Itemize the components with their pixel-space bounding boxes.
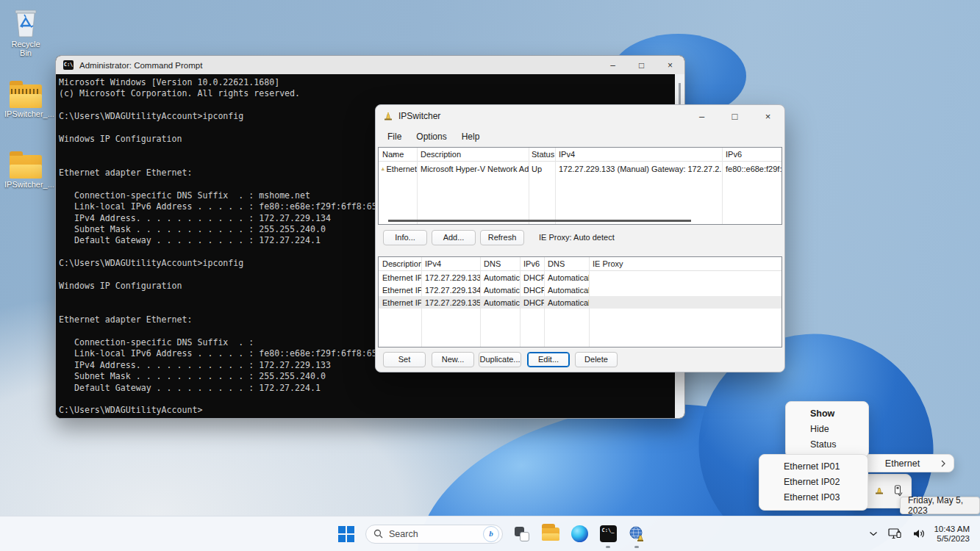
- set-button[interactable]: Set: [383, 352, 426, 367]
- profile-ipv4: 172.27.229.135: [421, 298, 480, 307]
- duplicate-button[interactable]: Duplicate...: [479, 352, 521, 367]
- taskbar-search[interactable]: Search b: [365, 525, 503, 544]
- ipswitcher-title-bar[interactable]: IPSwitcher – □ ×: [376, 105, 784, 127]
- adapter-icon: [381, 165, 385, 173]
- column-divider: [544, 257, 545, 347]
- column-header-ipv6[interactable]: IPv6: [520, 259, 544, 268]
- menu-item-hide[interactable]: Hide: [786, 422, 868, 437]
- profile-ipv4: 172.27.229.134: [421, 286, 480, 295]
- column-header-ipv4[interactable]: IPv4: [555, 150, 722, 159]
- edit-button[interactable]: Edit...: [527, 352, 570, 367]
- close-button[interactable]: ×: [751, 105, 784, 127]
- profile-dns6: Automatically: [544, 298, 589, 307]
- profile-row[interactable]: Ethernet IP03 172.27.229.135 Automatical…: [379, 296, 782, 309]
- delete-button[interactable]: Delete: [575, 352, 618, 367]
- recycle-bin-icon: [4, 4, 47, 38]
- menu-item-ethernet-ip03[interactable]: Ethernet IP03: [759, 490, 868, 505]
- menu-item-ethernet-ip02[interactable]: Ethernet IP02: [759, 475, 868, 490]
- taskbar-clock[interactable]: 10:43 AM 5/5/2023: [932, 525, 976, 544]
- folder-icon: [4, 145, 47, 179]
- minimize-button[interactable]: –: [685, 105, 718, 127]
- column-divider: [589, 257, 590, 347]
- command-prompt-taskbar-button[interactable]: C:\_: [598, 523, 618, 545]
- adapters-table-header: Name Description Status IPv4 IPv6: [379, 148, 782, 162]
- profile-dns6: Automatically: [544, 286, 589, 295]
- desktop-icon-label: IPSwitcher_...: [4, 109, 47, 118]
- profile-row[interactable]: Ethernet IP01 172.27.229.133 Automatical…: [379, 271, 782, 284]
- menu-item-status[interactable]: Status: [786, 437, 868, 453]
- cmd-app-icon: C:\: [63, 60, 74, 70]
- cmd-window-title: Administrator: Command Prompt: [79, 61, 202, 70]
- column-header-status[interactable]: Status: [529, 150, 555, 159]
- column-header-ipv4[interactable]: IPv4: [421, 259, 480, 268]
- column-divider: [722, 148, 723, 224]
- adapters-table[interactable]: Name Description Status IPv4 IPv6 Ethern…: [378, 147, 782, 225]
- menu-item-ethernet-ip01[interactable]: Ethernet IP01: [759, 459, 868, 475]
- column-divider: [417, 148, 418, 224]
- adapter-description: Microsoft Hyper-V Network Adapter: [417, 165, 529, 173]
- cmd-title-bar[interactable]: C:\ Administrator: Command Prompt – □ ×: [56, 56, 684, 74]
- ipswitcher-taskbar-button[interactable]: [627, 523, 646, 545]
- network-tray-button[interactable]: [885, 525, 905, 543]
- profile-row[interactable]: Ethernet IP02 172.27.229.134 Automatical…: [379, 284, 782, 296]
- profile-description: Ethernet IP01: [379, 273, 421, 282]
- close-button[interactable]: ×: [656, 56, 684, 74]
- adapter-name: Ethernet: [386, 165, 417, 173]
- file-explorer-button[interactable]: [541, 523, 560, 545]
- edge-icon: [571, 525, 588, 542]
- desktop-icon-ipswitcher-folder[interactable]: IPSwitcher_...: [4, 145, 47, 189]
- sort-caret-icon: [392, 259, 398, 267]
- profiles-table[interactable]: Description IPv4 DNS IPv6 DNS IE Proxy E…: [378, 256, 782, 347]
- refresh-button[interactable]: Refresh: [480, 230, 524, 245]
- horizontal-scrollbar-thumb[interactable]: [388, 220, 691, 222]
- maximize-button[interactable]: □: [627, 56, 656, 74]
- maximize-button[interactable]: □: [718, 105, 751, 127]
- column-divider: [480, 257, 481, 347]
- clock-date: 5/5/2023: [934, 534, 970, 544]
- column-divider: [520, 257, 521, 347]
- zip-folder-icon: [4, 74, 47, 108]
- add-button[interactable]: Add...: [432, 230, 476, 245]
- desktop-icon-label: Recycle Bin: [4, 40, 47, 57]
- tray-chevron-button[interactable]: [866, 528, 881, 539]
- menu-options[interactable]: Options: [409, 129, 454, 145]
- menu-file[interactable]: File: [380, 129, 409, 145]
- column-header-dns[interactable]: DNS: [480, 259, 520, 268]
- edge-button[interactable]: [570, 523, 589, 545]
- column-header-dns6[interactable]: DNS: [544, 259, 589, 268]
- new-button[interactable]: New...: [432, 352, 474, 367]
- cmd-scrollbar-thumb[interactable]: [679, 83, 681, 105]
- desktop-icon-ipswitcher-zip[interactable]: IPSwitcher_...: [4, 74, 47, 118]
- windows-logo-icon: [338, 526, 354, 542]
- task-view-icon: [514, 526, 530, 542]
- ipswitcher-window: IPSwitcher – □ × File Options Help Name …: [375, 104, 785, 372]
- column-header-ie-proxy[interactable]: IE Proxy: [589, 259, 782, 268]
- column-header-description[interactable]: Description: [379, 259, 421, 268]
- running-indicator: [634, 546, 639, 548]
- menu-help[interactable]: Help: [454, 129, 487, 145]
- start-button[interactable]: [337, 523, 356, 545]
- ipswitcher-tray-icon[interactable]: [874, 485, 884, 498]
- ipswitcher-app-icon: [383, 111, 393, 121]
- column-header-description[interactable]: Description: [417, 150, 529, 159]
- minimize-button[interactable]: –: [598, 56, 627, 74]
- volume-tray-button[interactable]: [909, 525, 928, 542]
- adapter-ipv6: fe80::e68e:f29f:6f: [722, 165, 782, 173]
- taskbar: Search b C:\_: [0, 516, 980, 551]
- column-header-name[interactable]: Name: [379, 150, 417, 159]
- search-icon: [373, 529, 383, 539]
- info-button[interactable]: Info...: [383, 230, 427, 245]
- cmd-line: Subnet Mask . . . . . . . . . . . : 255.…: [59, 371, 675, 382]
- adapter-row[interactable]: Ethernet Microsoft Hyper-V Network Adapt…: [379, 162, 782, 176]
- column-header-ipv6[interactable]: IPv6: [722, 150, 782, 159]
- profile-ipv6: DHCP: [520, 273, 544, 282]
- menu-item-show[interactable]: Show: [786, 406, 868, 422]
- network-icon: [888, 527, 902, 540]
- cmd-line: [59, 394, 675, 405]
- ipswitcher-app-icon: [628, 525, 645, 543]
- profile-dns: Automatically: [480, 286, 520, 295]
- bing-icon: b: [483, 526, 499, 542]
- task-view-button[interactable]: [512, 523, 532, 545]
- desktop-icon-label: IPSwitcher_...: [4, 180, 47, 189]
- desktop-icon-recycle-bin[interactable]: Recycle Bin: [4, 4, 47, 57]
